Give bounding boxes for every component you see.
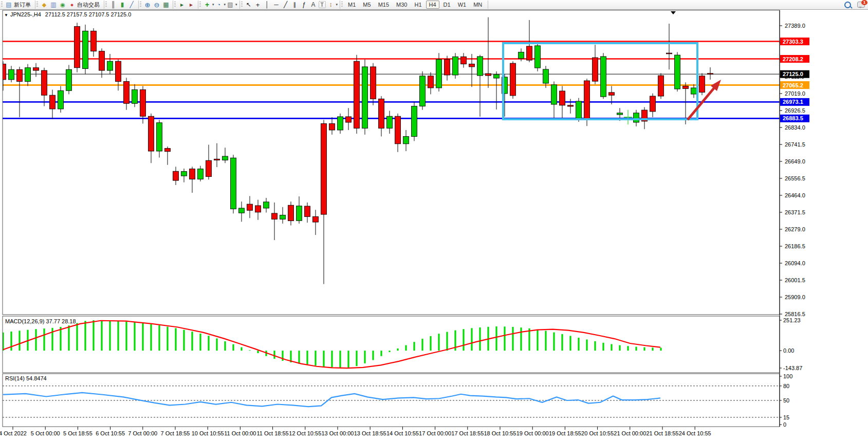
candle-body [140,90,146,117]
price-tick-label: 25816.5 [785,311,805,317]
text-box-icon[interactable]: T [319,1,326,8]
text-label-icon[interactable]: A [309,1,318,9]
candle-body [214,159,220,160]
price-tick-label: 26834.0 [785,124,805,131]
price-tick-label: 27389.0 [785,23,805,29]
scroll-to-end-icon[interactable]: ▸ [178,1,186,9]
candle [420,71,426,110]
candle-body [223,156,228,160]
signal-icon[interactable]: ◉ [59,1,67,9]
candles-chart-icon[interactable]: ▮ [118,1,126,9]
candle-body [280,215,286,219]
horizontal-line-icon[interactable]: ─ [272,1,281,9]
candle [280,207,286,224]
timeframe-w1[interactable]: W1 [455,1,470,9]
bars-chart-icon[interactable]: ║ [109,1,117,9]
periods-dropdown-icon[interactable]: ▾ [224,3,226,7]
line-chart-icon[interactable]: ╱ [127,1,136,9]
candle-body [181,172,187,176]
candle [107,54,113,74]
tile-windows-icon[interactable]: ▦ [162,1,170,9]
new-order-label[interactable]: 新订单 [14,1,31,9]
candle [338,114,343,134]
candle-body [551,85,557,104]
time-tick-label: 13 Oct 00:00 [322,430,354,436]
chart-shift-marker[interactable] [671,11,676,14]
fibonacci-icon[interactable]: ƒ [300,1,308,9]
candle-body [329,124,335,130]
candle-body [198,169,204,179]
ohlc-values: 27112.5 27157.5 27107.5 27125.0 [45,11,131,17]
history-window-icon[interactable]: ▥ [49,1,58,9]
candle [691,84,697,98]
timeframe-h4[interactable]: H4 [426,1,439,9]
candle-body [527,46,532,60]
arrow-objects-icon[interactable]: ↕ [327,1,335,9]
vertical-line-icon[interactable]: │ [263,1,271,9]
candle [198,166,204,181]
zoom-in-icon[interactable]: ⊕ [143,1,152,9]
symbol-dropdown-icon[interactable]: ▼ [4,13,8,17]
time-tick-label: 5 Oct 00:00 [31,430,60,436]
zoom-out-icon[interactable]: ⊖ [153,1,161,9]
timeframe-group: M1M5M15M30H1H4D1W1MN [340,1,488,9]
candle-body [494,75,500,78]
templates-icon[interactable]: ▧ [226,1,234,9]
autotrade-label[interactable]: 自动交易 [77,1,100,9]
candle-body [231,158,236,209]
timeframe-m15[interactable]: M15 [375,1,392,9]
candle [387,111,393,134]
timeframe-mn[interactable]: MN [470,1,485,9]
rsi-panel [3,386,780,417]
candle-body [658,76,664,96]
candle-body [379,99,384,128]
chart-window: 27389.027296.527204.027111.527019.026926… [0,10,868,440]
candle-body [667,53,672,54]
timeframe-m30[interactable]: M30 [393,1,410,9]
chat-icon[interactable]: 1 [857,2,865,8]
time-tick-label: 20 Oct 10:55 [581,430,614,436]
main-toolbar: ▤新订单◆▥◉●自动交易║▮╱⊕⊖▦▸▸+▾◔▾▧▾↖+│─╱∥ƒAT↕▾M1M… [0,0,868,10]
rsi-tick-label: 80 [783,383,789,389]
trend-line-icon[interactable]: ╱ [282,1,290,9]
timeframe-m1[interactable]: M1 [345,1,359,9]
candle-body [1,64,6,80]
rsi-tick-label: 50 [783,397,789,404]
main-panel-frame [3,10,780,315]
candle-body [584,81,590,119]
candle-body [173,171,179,180]
templates-dropdown-icon[interactable]: ▾ [235,3,237,7]
time-tick-label: 21 Oct 00:00 [614,430,646,436]
price-chart-canvas[interactable]: 27389.027296.527204.027111.527019.026926… [0,10,868,440]
add-indicator-icon[interactable]: + [203,1,211,9]
new-order-icon[interactable]: ▤ [5,1,13,9]
equidistant-channel-icon[interactable]: ∥ [291,1,299,9]
price-tick-label: 26926.5 [785,107,805,114]
candle-body [453,57,458,75]
cursor-arrow-icon[interactable]: ↖ [245,1,253,9]
toolbar-group: ◆▥◉●自动交易 [35,1,104,9]
chart-shift-icon[interactable]: ▸ [187,1,195,9]
candle [99,48,105,78]
toolbar-group: +▾◔▾▧▾ [198,1,240,9]
periods-icon[interactable]: ◔ [215,1,223,9]
candle-body [477,57,483,76]
candle-body [461,57,467,64]
autotrade-icon[interactable]: ● [68,1,76,9]
candle-body [75,26,80,67]
candle-body [535,46,541,68]
candle-body [91,31,97,51]
candle [494,71,500,109]
timeframe-d1[interactable]: D1 [440,1,454,9]
timeframe-h1[interactable]: H1 [411,1,424,9]
gold-bar-icon[interactable]: ◆ [40,1,48,9]
crosshair-icon[interactable]: + [254,1,262,9]
add-indicator-dropdown-icon[interactable]: ▾ [212,3,214,7]
search-icon[interactable] [844,2,851,8]
candle [66,65,72,94]
candle [461,53,467,68]
arrow-objects-dropdown-icon[interactable]: ▾ [336,3,338,7]
candle-body [708,74,713,75]
price-badge-label: 26883.5 [783,115,803,121]
timeframe-m5[interactable]: M5 [360,1,374,9]
